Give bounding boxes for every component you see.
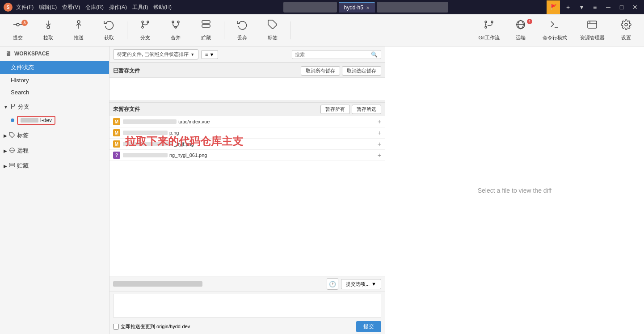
- status-filter-chevron-icon: ▼: [190, 52, 194, 57]
- svg-point-12: [177, 21, 179, 23]
- svg-rect-14: [202, 21, 210, 23]
- menu-actions[interactable]: 操作(A): [109, 4, 127, 11]
- tab-menu-button[interactable]: ▾: [576, 2, 587, 13]
- commit-button[interactable]: 3 提交: [4, 17, 32, 44]
- menu-bar: 文件(F) 编辑(E) 查看(V) 仓库(R) 操作(A) 工具(I) 帮助(H…: [16, 4, 280, 11]
- terminal-icon: [549, 19, 560, 33]
- push-after-commit-label[interactable]: 立即推送变更到 origin/hydd-dev: [113, 323, 190, 330]
- svg-rect-25: [588, 21, 597, 28]
- svg-point-7: [142, 21, 143, 23]
- commit-message-blur: [113, 281, 202, 287]
- menu-repo[interactable]: 仓库(R): [85, 4, 104, 11]
- push-label: 立即推送变更到 origin/hydd-dev: [121, 323, 190, 330]
- explorer-button[interactable]: 资源管理器: [574, 17, 610, 44]
- file-stage-icon-0[interactable]: +: [378, 118, 381, 125]
- file-name-0: tatic/index.vue: [178, 119, 210, 124]
- file-item-3[interactable]: ? ng_nygl_061.png +: [109, 150, 385, 161]
- fetch-button[interactable]: 获取: [95, 17, 123, 44]
- push-label: 推送: [74, 34, 84, 41]
- file-stage-icon-2[interactable]: +: [378, 140, 381, 148]
- svg-point-20: [491, 21, 493, 23]
- branches-header[interactable]: ▼ 分支: [0, 100, 109, 114]
- file-item-2[interactable]: M _hyjf.png +: [109, 139, 385, 150]
- branch-item-ldev[interactable]: l-dev: [0, 114, 109, 127]
- push-icon: [73, 19, 84, 33]
- svg-rect-15: [202, 25, 210, 27]
- search-input[interactable]: [295, 52, 371, 57]
- branch-icon: [140, 19, 151, 33]
- sidebar-item-file-status[interactable]: 文件状态: [0, 61, 109, 74]
- tab-hydd-h5[interactable]: hydd-h5 ✕: [339, 2, 375, 13]
- svg-rect-35: [10, 165, 15, 167]
- push-button[interactable]: 推送: [64, 17, 93, 44]
- pull-button[interactable]: 拉取: [34, 17, 63, 44]
- stage-all-button[interactable]: 暂存所有: [320, 105, 350, 114]
- menu-tools[interactable]: 工具(I): [132, 4, 148, 11]
- settings-button[interactable]: 设置: [612, 17, 640, 44]
- terminal-label: 命令行模式: [543, 34, 567, 41]
- remotes-header[interactable]: ▶ 远程: [0, 144, 109, 157]
- branches-label: 分支: [18, 103, 29, 111]
- tags-section: ▶ 标签: [0, 129, 109, 142]
- unstaged-section: 未暂存文件 暂存所有 暂存所选 M tatic/index.vue + M: [109, 102, 385, 276]
- commit-options-button[interactable]: 提交选项... ▼: [341, 279, 381, 289]
- tags-expand-icon: ▶: [4, 133, 7, 138]
- file-item-0[interactable]: M tatic/index.vue +: [109, 116, 385, 127]
- fetch-icon: [104, 19, 114, 33]
- tag-icon: [267, 19, 278, 33]
- new-tab-button[interactable]: +: [563, 2, 573, 13]
- commit-label: 提交: [13, 34, 23, 41]
- sidebar-item-history[interactable]: History: [0, 74, 109, 86]
- svg-point-8: [147, 21, 149, 23]
- remote-alert-icon: !: [529, 19, 530, 23]
- merge-button[interactable]: 合并: [161, 17, 190, 44]
- file-stage-icon-1[interactable]: +: [378, 129, 381, 136]
- commit-history-button[interactable]: 🕐: [327, 278, 338, 290]
- minimize-button[interactable]: ─: [603, 2, 614, 13]
- stage-selected-button[interactable]: 暂存所选: [352, 105, 381, 114]
- tab-close-icon[interactable]: ✕: [366, 5, 370, 10]
- file-modified-icon-1: M: [113, 129, 120, 136]
- menu-view[interactable]: 查看(V): [62, 4, 80, 11]
- status-menu-chevron-icon: ▼: [209, 52, 214, 57]
- commit-textarea[interactable]: [113, 294, 381, 317]
- discard-button[interactable]: 丢弃: [228, 17, 257, 44]
- terminal-button[interactable]: 命令行模式: [537, 17, 572, 44]
- status-filter-button[interactable]: 待定的文件, 已依照文件状态排序 ▼: [113, 49, 198, 59]
- stashes-header[interactable]: ▶ 贮藏: [0, 159, 109, 173]
- remote-button[interactable]: ! 远端: [506, 17, 535, 44]
- pull-label: 拉取: [43, 34, 53, 41]
- commit-header: 🕐 提交选项... ▼: [109, 276, 385, 292]
- push-after-commit-checkbox[interactable]: [113, 324, 119, 330]
- svg-point-21: [485, 26, 487, 28]
- menu-file[interactable]: 文件(F): [16, 4, 34, 11]
- search-icon: 🔍: [371, 51, 378, 58]
- file-item-1[interactable]: M p.ng +: [109, 127, 385, 139]
- file-stage-icon-3[interactable]: +: [378, 152, 381, 159]
- commit-submit-button[interactable]: 提交: [356, 321, 381, 332]
- unstage-selected-button[interactable]: 取消选定暂存: [342, 66, 381, 76]
- remotes-expand-icon: ▶: [4, 148, 7, 153]
- unstage-all-button[interactable]: 取消所有暂存: [301, 66, 340, 76]
- menu-edit[interactable]: 编辑(E): [39, 4, 57, 11]
- close-button[interactable]: ✕: [630, 2, 640, 13]
- status-menu-button[interactable]: ≡ ▼: [201, 50, 218, 59]
- settings-label: 设置: [621, 34, 631, 41]
- flag-button[interactable]: 🚩: [547, 0, 560, 14]
- menu-help[interactable]: 帮助(H): [153, 4, 172, 11]
- stash-button[interactable]: 贮藏: [192, 17, 220, 44]
- maximize-button[interactable]: □: [616, 2, 627, 13]
- status-filter-label: 待定的文件, 已依照文件状态排序: [117, 51, 189, 58]
- branches-section: ▼ 分支: [0, 100, 109, 127]
- main-layout: 🖥 WORKSPACE 文件状态 History Search ▼: [0, 47, 644, 334]
- branch-button[interactable]: 分支: [131, 17, 160, 44]
- gitflow-button[interactable]: Git工作流: [473, 17, 505, 44]
- commit-options-label: 提交选项...: [346, 281, 370, 287]
- sidebar-item-search[interactable]: Search: [0, 86, 109, 98]
- tag-button[interactable]: 标签: [258, 17, 287, 44]
- file-path-blur-0: [123, 119, 177, 124]
- hamburger-button[interactable]: ≡: [589, 2, 600, 13]
- tags-header[interactable]: ▶ 标签: [0, 129, 109, 142]
- toolbar-right: Git工作流 ! 远端: [473, 17, 640, 44]
- remotes-label: 远程: [17, 147, 29, 155]
